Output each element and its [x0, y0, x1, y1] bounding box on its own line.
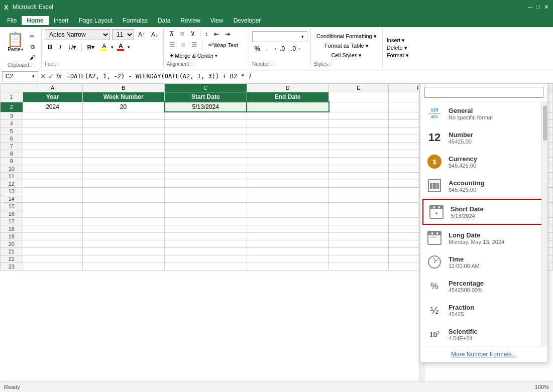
row-header-12[interactable]: 12: [1, 180, 23, 187]
cell-C9[interactable]: [165, 157, 247, 165]
cell-C1[interactable]: Start Date: [165, 92, 247, 102]
cell-A7[interactable]: [23, 142, 82, 150]
row-header-3[interactable]: 3: [1, 112, 23, 119]
cell-B13[interactable]: [82, 187, 165, 195]
menu-data[interactable]: Data: [153, 16, 175, 25]
font-color-dropdown[interactable]: ▾: [128, 45, 130, 50]
cell-E14[interactable]: [329, 195, 389, 202]
cell-E10[interactable]: [329, 165, 389, 172]
cell-A14[interactable]: [23, 195, 82, 202]
menu-insert[interactable]: Insert: [49, 16, 74, 25]
row-header-23[interactable]: 23: [1, 263, 23, 270]
cell-A8[interactable]: [23, 150, 82, 157]
cell-D22[interactable]: [247, 255, 329, 263]
cell-B3[interactable]: [82, 112, 165, 119]
cell-A22[interactable]: [23, 255, 82, 263]
row-header-21[interactable]: 21: [1, 247, 23, 255]
cell-B4[interactable]: [82, 119, 165, 127]
cell-E22[interactable]: [329, 255, 389, 263]
cell-C12[interactable]: [165, 180, 247, 187]
col-header-C[interactable]: C: [165, 84, 247, 92]
cut-button[interactable]: ✂: [28, 32, 37, 41]
number-format-dropdown[interactable]: ▾: [252, 31, 307, 42]
formula-cancel-icon[interactable]: ✕: [40, 72, 46, 80]
row-header-4[interactable]: 4: [1, 119, 23, 127]
cell-A3[interactable]: [23, 112, 82, 119]
font-family-select[interactable]: Aptos Narrow: [45, 29, 110, 40]
cell-A12[interactable]: [23, 180, 82, 187]
fill-color-button[interactable]: A: [98, 42, 110, 52]
cell-B12[interactable]: [82, 180, 165, 187]
cell-styles-button[interactable]: Cell Styles ▾: [314, 51, 379, 60]
col-header-D[interactable]: D: [247, 84, 329, 92]
cell-A1[interactable]: Year: [23, 92, 82, 102]
delete-cells-button[interactable]: Delete ▾: [385, 44, 409, 52]
format-item-time[interactable]: Time 12:00:00 AM: [420, 250, 547, 274]
cell-C2[interactable]: 5/13/2024: [165, 102, 247, 112]
cell-D15[interactable]: [247, 202, 329, 210]
cell-C19[interactable]: [165, 232, 247, 240]
dropdown-scrollbar[interactable]: [541, 101, 547, 346]
cell-E8[interactable]: [329, 150, 389, 157]
conditional-formatting-button[interactable]: Conditional Formatting ▾: [314, 32, 379, 41]
cell-E11[interactable]: [329, 172, 389, 180]
format-item-general[interactable]: 123 abc General No specific format: [420, 101, 547, 125]
cell-B22[interactable]: [82, 255, 165, 263]
cell-A2[interactable]: 2024: [23, 102, 82, 112]
format-item-scientific[interactable]: 102 Scientific 4.54E+04: [420, 322, 547, 346]
row-header-10[interactable]: 10: [1, 165, 23, 172]
cell-E20[interactable]: [329, 240, 389, 247]
cell-E21[interactable]: [329, 247, 389, 255]
increase-decimal-button[interactable]: ←.0: [271, 44, 287, 53]
cell-C17[interactable]: [165, 217, 247, 225]
cell-A4[interactable]: [23, 119, 82, 127]
cell-C22[interactable]: [165, 255, 247, 263]
row-header-15[interactable]: 15: [1, 202, 23, 210]
menu-page-layout[interactable]: Page Layout: [74, 16, 118, 25]
menu-file[interactable]: File: [2, 16, 22, 25]
text-direction-button[interactable]: ↕: [202, 30, 210, 39]
cell-E13[interactable]: [329, 187, 389, 195]
col-header-B[interactable]: B: [82, 84, 165, 92]
align-bottom-button[interactable]: ⊻: [188, 29, 198, 39]
format-item-number[interactable]: 12 Number 45425.00: [420, 125, 547, 150]
cell-B10[interactable]: [82, 165, 165, 172]
cell-D17[interactable]: [247, 217, 329, 225]
percent-button[interactable]: %: [252, 44, 263, 53]
cell-C18[interactable]: [165, 225, 247, 232]
cell-E15[interactable]: [329, 202, 389, 210]
paste-button[interactable]: 📋 Paste ▾: [4, 31, 27, 54]
cell-B20[interactable]: [82, 240, 165, 247]
cell-C4[interactable]: [165, 119, 247, 127]
align-left-button[interactable]: ☰: [167, 40, 178, 50]
cell-A6[interactable]: [23, 135, 82, 142]
cell-A21[interactable]: [23, 247, 82, 255]
cell-C3[interactable]: [165, 112, 247, 119]
increase-font-button[interactable]: A↑: [136, 30, 147, 39]
align-right-button[interactable]: ☰: [189, 40, 200, 50]
wrap-text-button[interactable]: ⏎ Wrap Text: [204, 40, 242, 50]
cell-B9[interactable]: [82, 157, 165, 165]
row-header-19[interactable]: 19: [1, 232, 23, 240]
cell-E4[interactable]: [329, 119, 389, 127]
row-header-14[interactable]: 14: [1, 195, 23, 202]
row-header-20[interactable]: 20: [1, 240, 23, 247]
format-item-short-date[interactable]: Short Date 5/13/2024: [422, 199, 545, 225]
cell-C10[interactable]: [165, 165, 247, 172]
font-color-button[interactable]: A: [115, 42, 127, 52]
format-painter-button[interactable]: 🖌: [28, 53, 37, 61]
indent-decrease-button[interactable]: ⇤: [211, 30, 222, 39]
row-header-2[interactable]: 2: [1, 102, 23, 112]
cell-C11[interactable]: [165, 172, 247, 180]
format-search-input[interactable]: [424, 87, 543, 98]
row-header-8[interactable]: 8: [1, 150, 23, 157]
merge-center-button[interactable]: ⊞ Merge & Center ▾: [167, 51, 220, 60]
cell-A19[interactable]: [23, 232, 82, 240]
cell-E16[interactable]: [329, 210, 389, 217]
menu-view[interactable]: View: [205, 16, 229, 25]
cell-C5[interactable]: [165, 127, 247, 135]
cell-B23[interactable]: [82, 263, 165, 270]
cell-D13[interactable]: [247, 187, 329, 195]
cell-E23[interactable]: [329, 263, 389, 270]
cell-B14[interactable]: [82, 195, 165, 202]
